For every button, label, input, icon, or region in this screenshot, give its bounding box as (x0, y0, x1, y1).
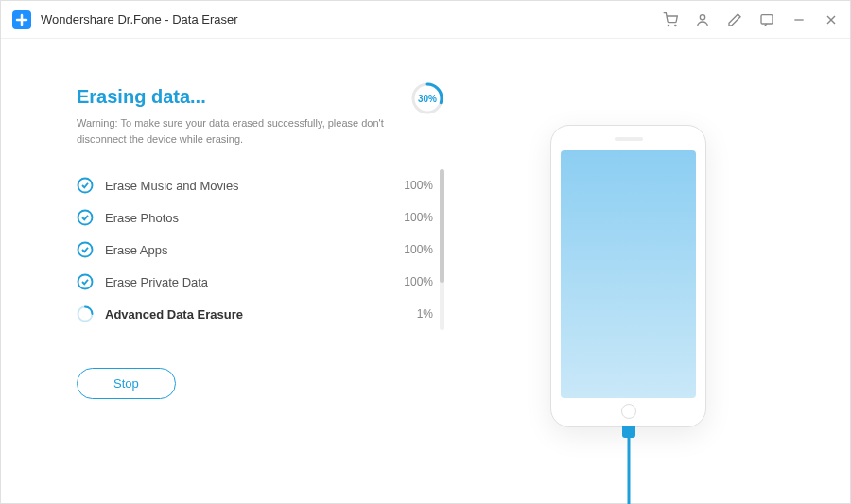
progress-percent: 30% (418, 94, 437, 104)
spinner-icon (77, 305, 94, 322)
stop-button[interactable]: Stop (77, 368, 176, 399)
phone-illustration (550, 125, 706, 427)
check-circle-icon (77, 209, 94, 226)
right-panel (444, 86, 812, 465)
task-row: Erase Private Data 100% (77, 266, 433, 298)
svg-point-2 (675, 25, 676, 26)
phone-screen (561, 150, 696, 398)
close-icon[interactable] (824, 12, 839, 27)
phone-home-button (621, 404, 636, 419)
page-heading: Erasing data... (77, 86, 206, 108)
svg-rect-4 (761, 14, 773, 23)
minimize-icon[interactable] (791, 12, 807, 27)
task-label: Erase Private Data (105, 275, 404, 289)
task-list: Erase Music and Movies 100% Erase Photos… (77, 169, 444, 330)
task-row: Erase Music and Movies 100% (77, 169, 433, 201)
task-percent: 1% (417, 307, 433, 321)
task-percent: 100% (404, 179, 433, 192)
progress-circle: 30% (410, 81, 444, 115)
task-percent: 100% (404, 275, 433, 288)
left-panel: Erasing data... 30% Warning: To make sur… (77, 86, 444, 465)
task-label: Erase Music and Movies (105, 179, 404, 193)
task-percent: 100% (404, 243, 433, 256)
task-percent: 100% (404, 211, 433, 224)
app-logo-icon (12, 10, 31, 29)
check-circle-icon (77, 241, 94, 258)
user-icon[interactable] (695, 12, 710, 27)
content-area: Erasing data... 30% Warning: To make sur… (1, 39, 850, 503)
header-row: Erasing data... 30% (77, 86, 444, 115)
check-circle-icon (77, 273, 94, 290)
feedback-icon[interactable] (759, 12, 774, 27)
cart-icon[interactable] (663, 12, 678, 27)
task-row: Advanced Data Erasure 1% (77, 298, 433, 330)
svg-point-3 (700, 14, 704, 19)
cable-icon (627, 427, 630, 505)
window-title: Wondershare Dr.Fone - Data Eraser (41, 12, 663, 26)
edit-icon[interactable] (727, 12, 742, 27)
warning-text: Warning: To make sure your data erased s… (77, 115, 398, 147)
task-label: Advanced Data Erasure (105, 307, 417, 322)
task-label: Erase Photos (105, 211, 404, 225)
task-label: Erase Apps (105, 243, 404, 257)
titlebar: Wondershare Dr.Fone - Data Eraser (1, 1, 850, 39)
task-row: Erase Apps 100% (77, 234, 433, 266)
app-window: Wondershare Dr.Fone - Data Eraser (0, 0, 851, 504)
titlebar-actions (663, 12, 839, 27)
svg-point-1 (668, 25, 669, 26)
task-row: Erase Photos 100% (77, 201, 433, 234)
phone-speaker (615, 137, 643, 141)
check-circle-icon (77, 177, 94, 194)
